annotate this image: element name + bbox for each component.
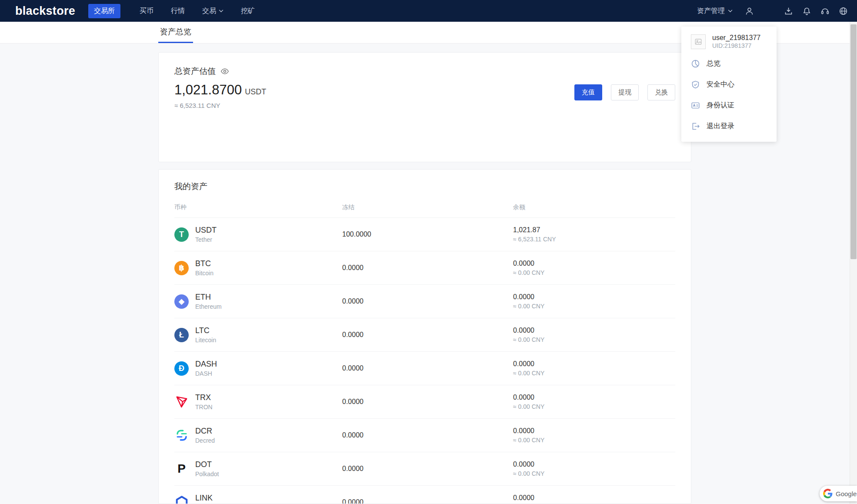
coin-symbol: DCR [195,427,215,436]
frozen-value: 0.0000 [342,331,513,339]
chevron-down-icon [219,10,223,13]
coin-name: Litecoin [195,337,216,344]
table-row-link[interactable]: LINKChainLink0.00000.0000≈ 0.00 CNY [174,485,675,504]
frozen-value: 0.0000 [342,398,513,406]
tron-icon [174,395,189,409]
menu-item-label: 安全中心 [707,80,734,89]
coin-symbol: USDT [195,226,217,235]
coin-name: Ethereum [195,303,222,310]
assets-table-header: 币种 冻结 余额 [174,204,675,217]
table-row-dot[interactable]: PDOTPolkadot0.00000.0000≈ 0.00 CNY [174,452,675,485]
coin-symbol: ETH [195,293,222,302]
scrollbar-track[interactable] [850,22,857,504]
menu-item-label: 身份认证 [707,101,734,110]
coin-name: Tether [195,236,217,243]
coin-name: Polkadot [195,471,219,477]
eye-icon[interactable] [220,67,229,76]
table-row-trx[interactable]: TRXTRON0.00000.0000≈ 0.00 CNY [174,385,675,418]
coin-symbol: DASH [195,360,217,369]
user-icon[interactable] [745,7,754,16]
coin-name: TRON [195,404,213,411]
support-icon[interactable] [820,7,830,16]
my-assets-card: 我的资产 币种 冻结 余额 TUSDTTether100.00001,021.8… [158,169,691,504]
overview-icon [691,59,700,68]
google-logo-icon [823,489,833,498]
dash-icon: Đ [174,361,189,376]
bitcoin-icon: ฿ [174,261,189,275]
user-dropdown-menu: user_21981377 UID:21981377 总览安全中心身份认证退出登… [681,27,777,142]
nav-item-mining[interactable]: 挖矿 [241,7,255,16]
usdt-icon: T [174,227,189,242]
balance-value: 0.0000 [513,260,675,267]
total-assets-card: 总资产估值 1,021.8700USDT ≈ 6,523.11 CNY 充值 提… [158,52,691,162]
globe-icon[interactable] [839,7,848,16]
asset-rows: TUSDTTether100.00001,021.87≈ 6,523.11 CN… [174,217,675,504]
frozen-value: 0.0000 [342,297,513,305]
ethereum-icon: ◆ [174,294,189,309]
balance-cny: ≈ 0.00 CNY [513,437,675,444]
balance-value: 0.0000 [513,427,675,435]
avatar [691,34,706,49]
deposit-button[interactable]: 充值 [574,84,602,100]
asset-management-label: 资产管理 [697,7,725,16]
frozen-value: 0.0000 [342,264,513,272]
logout-icon [691,122,700,131]
table-row-eth[interactable]: ◆ETHEthereum0.00000.0000≈ 0.00 CNY [174,284,675,318]
nav-item-trade[interactable]: 交易 [202,7,223,16]
balance-value: 0.0000 [513,327,675,334]
menu-item-overview[interactable]: 总览 [681,53,777,74]
balance-value: 1,021.87 [513,226,675,234]
navbar-right: 资产管理 [697,7,848,16]
table-row-dash[interactable]: ĐDASHDASH0.00000.0000≈ 0.00 CNY [174,351,675,385]
menu-item-logout[interactable]: 退出登录 [681,116,777,137]
tab-asset-overview[interactable]: 资产总览 [158,22,193,43]
table-row-usdt[interactable]: TUSDTTether100.00001,021.87≈ 6,523.11 CN… [174,217,675,251]
header-frozen: 冻结 [342,204,513,211]
menu-item-identity[interactable]: 身份认证 [681,95,777,116]
frozen-value: 0.0000 [342,364,513,372]
menu-item-label: 总览 [707,59,720,68]
download-icon[interactable] [784,7,793,16]
exchange-button[interactable]: 交易所 [88,4,120,18]
frozen-value: 100.0000 [342,230,513,238]
coin-symbol: DOT [195,460,219,469]
nav-item-label: 行情 [171,7,185,16]
table-row-ltc[interactable]: ŁLTCLitecoin0.00000.0000≈ 0.00 CNY [174,318,675,351]
user-uid: UID:21981377 [712,42,751,49]
exchange-button-card[interactable]: 兑换 [647,84,675,100]
menu-item-security[interactable]: 安全中心 [681,74,777,95]
coin-name: DASH [195,370,217,377]
balance-value: 0.0000 [513,394,675,401]
nav-items: 买币行情交易挖矿 [140,7,255,16]
scrollbar-thumb[interactable] [850,24,857,259]
balance-value: 0.0000 [513,360,675,368]
nav-item-markets[interactable]: 行情 [171,7,185,16]
coin-symbol: BTC [195,259,213,268]
balance-value: 0.0000 [513,293,675,301]
balance-value: 0.0000 [513,461,675,468]
google-translate-badge[interactable]: Google [820,486,857,501]
user-menu-items: 总览安全中心身份认证退出登录 [681,53,777,137]
brand-logo[interactable]: blackstore [15,4,75,18]
total-assets-title: 总资产估值 [174,66,216,77]
balance-cny: ≈ 0.00 CNY [513,403,675,410]
table-row-dcr[interactable]: DCRDecred0.00000.0000≈ 0.00 CNY [174,418,675,452]
header-balance: 余额 [513,204,675,211]
total-assets-cny: ≈ 6,523.11 CNY [174,102,675,109]
withdraw-button[interactable]: 提现 [611,84,639,100]
balance-cny: ≈ 0.00 CNY [513,470,675,477]
coin-symbol: TRX [195,393,213,402]
decred-icon [174,428,189,443]
nav-item-buy[interactable]: 买币 [140,7,153,16]
menu-item-label: 退出登录 [707,122,734,131]
balance-cny: ≈ 0.00 CNY [513,336,675,343]
identity-icon [691,101,700,110]
frozen-value: 0.0000 [342,498,513,504]
coin-name: Decred [195,437,215,444]
bell-icon[interactable] [802,7,811,16]
frozen-value: 0.0000 [342,431,513,439]
chevron-down-icon [728,10,733,13]
asset-management-menu[interactable]: 资产管理 [697,7,733,16]
table-row-btc[interactable]: ฿BTCBitcoin0.00000.0000≈ 0.00 CNY [174,251,675,284]
main-content: 总资产估值 1,021.8700USDT ≈ 6,523.11 CNY 充值 提… [158,43,691,504]
